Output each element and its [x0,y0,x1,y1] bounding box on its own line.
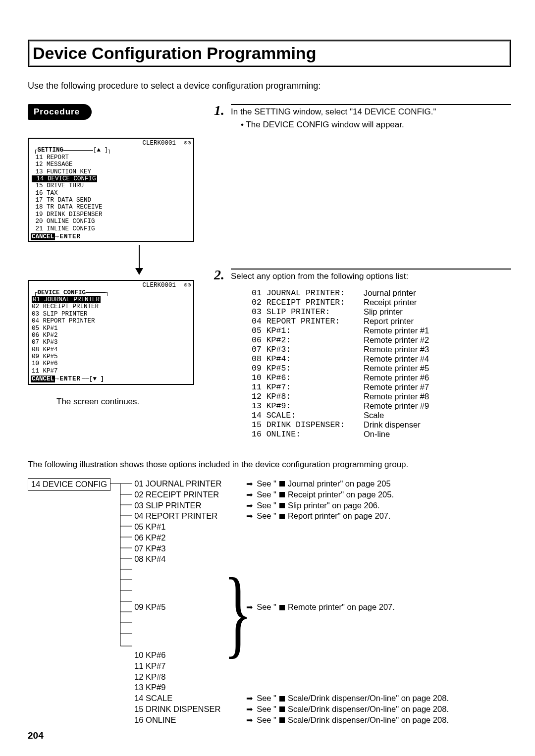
option-row: 09 KP#5:Remote printer #5 [252,364,511,373]
setting-menu-item: 19 DRINK DISPENSER [32,211,190,218]
tree-item-label: 16 ONLINE [134,715,233,726]
device-menu-item: 05 KP#1 [32,325,190,332]
tree-item-label: 05 KP#1 [134,522,233,533]
step-2: 2. Select any option from the following … [214,269,511,439]
option-desc: On-line [364,430,390,439]
page-number: 204 [28,730,511,741]
option-code: 04 REPORT PRINTER: [252,317,361,326]
terminal2-enter: ENTER [59,376,82,382]
step-2-number: 2. [214,269,228,439]
page-title: Device Configuration Programming [30,42,509,65]
tree-row: 01 JOURNAL PRINTERSee " Journal printer"… [134,479,449,489]
arrow-right-icon [246,489,255,500]
option-code: 10 KP#6: [252,373,361,382]
option-row: 04 REPORT PRINTER:Report printer [252,317,511,326]
option-row: 07 KP#3:Remote printer #3 [252,345,511,354]
option-row: 10 KP#6:Remote printer #6 [252,373,511,382]
option-desc: Slip printer [364,307,403,317]
tree-row: 08 KP#4 [134,554,449,565]
option-code: 12 KP#8: [252,392,361,401]
device-menu-item: 03 SLIP PRINTER [32,311,190,318]
black-square-icon [279,717,285,723]
option-row: 14 SCALE:Scale [252,411,511,420]
illustration-note: The following illustration shows those o… [28,460,511,470]
setting-menu-item: 21 INLINE CONFIG [32,225,190,232]
option-code: 13 KP#9: [252,401,361,411]
device-config-terminal: CLERK0001 ⊙⊙ ┌DEVICE CONFIG ┐ 01 JOURNAL… [28,280,194,384]
tree-item-label: 12 KP#8 [134,672,233,683]
option-row: 02 RECEIPT PRINTER:Receipt printer [252,298,511,307]
option-code: 01 JOURNAL PRINTER: [252,288,361,298]
setting-terminal: CLERK0001 ⊙⊙ ┌SETTING [▲ ] ┐ 11 REPORT 1… [28,138,194,242]
option-row: 12 KP#8:Remote printer #8 [252,392,511,401]
arrow-down-icon [72,245,206,275]
option-desc: Remote printer #5 [364,364,429,373]
intro-text: Use the following procedure to select a … [28,81,511,91]
setting-menu-item: 11 REPORT [32,154,190,161]
tree-ref: See " Remote printer" on page 207. [246,602,395,613]
black-square-icon [279,605,285,610]
setting-menu-item: 15 DRIVE THRU [32,182,190,189]
option-row: 15 DRINK DISPENSER:Drink dispenser [252,420,511,430]
setting-menu-item: 17 TR DATA SEND [32,197,190,204]
device-menu-item: 11 KP#7 [32,368,190,375]
option-desc: Remote printer #8 [364,392,429,401]
tree-row: 02 RECEIPT PRINTERSee " Receipt printer"… [134,489,449,500]
black-square-icon [279,706,285,712]
option-row: 05 KP#1:Remote printer #1 [252,326,511,335]
procedure-label: Procedure [28,104,92,120]
tree-item-label: 10 KP#6 [134,650,233,661]
device-menu-item: 01 JOURNAL PRINTER [32,296,101,303]
setting-menu-item: 12 MESSAGE [32,161,190,168]
option-code: 15 DRINK DISPENSER: [252,420,361,430]
tree-ref: See " Scale/Drink dispenser/On-line" on … [246,693,449,704]
step-2-text: Select any option from the following opt… [231,271,511,281]
tree-row: 12 KP#8 [134,672,449,683]
device-menu-item: 10 KP#6 [32,360,190,367]
option-row: 06 KP#2:Remote printer #2 [252,335,511,345]
step-1: 1. In the SETTING window, select "14 DEV… [214,104,511,130]
tree-row: 16 ONLINESee " Scale/Drink dispenser/On-… [134,715,449,726]
tree-row: 07 KP#3 [134,543,449,554]
setting-menu-item: 18 TR DATA RECEIVE [32,204,190,211]
option-desc: Remote printer #3 [364,345,429,354]
tree-item-label: 11 KP#7 [134,661,233,672]
tree-item-label: 13 KP#9 [134,682,233,693]
option-desc: Scale [364,411,384,420]
record-icon: ⊙⊙ [184,140,191,147]
option-desc: Remote printer #6 [364,373,429,382]
tree-ref: See " Slip printer" on page 206. [246,500,379,511]
options-list: 01 JOURNAL PRINTER:Journal printer02 REC… [252,288,511,439]
step-1-number: 1. [214,104,228,130]
step-1-text: In the SETTING window, select "14 DEVICE… [231,107,511,117]
arrow-right-icon [246,715,255,726]
clerk-id-2: CLERK0001 [142,282,176,289]
tree-ref: See " Report printer" on page 207. [246,511,390,522]
terminal2-cancel: CANCEL [31,376,55,382]
terminal1-scroll: [▲ ] [93,147,108,154]
tree-ref: See " Scale/Drink dispenser/On-line" on … [246,704,449,715]
terminal1-title: SETTING [38,147,64,154]
option-code: 08 KP#4: [252,354,361,364]
tree-ref: See " Receipt printer" on page 205. [246,489,394,500]
option-row: 13 KP#9:Remote printer #9 [252,401,511,411]
setting-menu-item: 13 FUNCTION KEY [32,168,190,175]
arrow-right-icon [246,511,255,522]
device-menu-item: 07 KP#3 [32,339,190,346]
config-tree: 14 DEVICE CONFIG [28,479,511,725]
tree-root: 14 DEVICE CONFIG [28,478,110,491]
option-code: 03 SLIP PRINTER: [252,307,361,317]
option-row: 01 JOURNAL PRINTER:Journal printer [252,288,511,298]
device-menu-item: 08 KP#4 [32,346,190,353]
option-desc: Remote printer #7 [364,382,429,392]
tree-item-label: 08 KP#4 [134,554,233,565]
screen-continues: The screen continues. [56,397,206,407]
black-square-icon [279,503,285,508]
page: Device Configuration Programming Use the… [0,0,535,756]
tree-row: 13 KP#9 [134,682,449,693]
option-desc: Remote printer #2 [364,335,429,345]
tree-row: 05 KP#1 [134,522,449,533]
terminal1-cancel: CANCEL [31,233,55,240]
black-square-icon [279,514,285,519]
tree-item-label: 02 RECEIPT PRINTER [134,489,233,500]
